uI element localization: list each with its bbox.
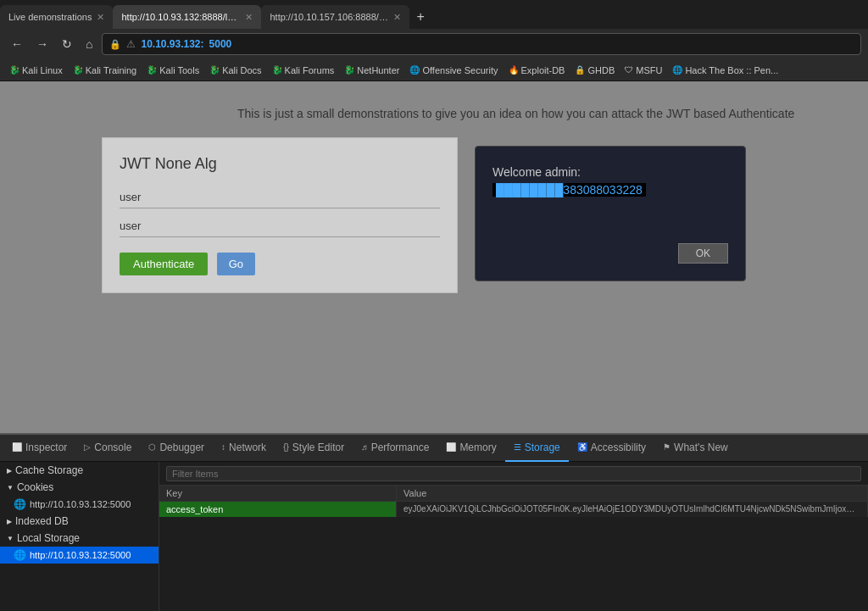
bookmark-kali-linux[interactable]: 🐉 Kali Linux xyxy=(5,64,67,76)
bookmark-kali-docs[interactable]: 🐉 Kali Docs xyxy=(205,64,265,76)
modal-highlight: ████████383088033228 xyxy=(492,183,646,197)
bookmark-msfu-label: MSFU xyxy=(636,65,662,75)
bookmark-kali-linux-label: Kali Linux xyxy=(22,65,63,75)
filter-bar xyxy=(159,462,868,486)
table-row[interactable]: access_token eyJ0eXAiOiJKV1QiLCJhbGciOiJ… xyxy=(159,502,868,517)
authenticate-button[interactable]: Authenticate xyxy=(120,253,208,275)
nethunter-icon: 🐉 xyxy=(344,65,354,75)
sidebar-group-local-storage[interactable]: ▼ Local Storage xyxy=(0,530,159,547)
msfu-icon: 🛡 xyxy=(625,65,633,75)
devtools-panel: ⬜ Inspector ▷ Console ⬡ Debugger ↕ Netwo… xyxy=(0,433,868,611)
memory-icon: ⬜ xyxy=(446,442,456,452)
ghdb-icon: 🔒 xyxy=(575,65,585,75)
tab-3-close[interactable]: ✕ xyxy=(393,12,401,23)
tab-3[interactable]: http://10.10.157.106:8888/lo... ✕ xyxy=(261,5,409,29)
bookmark-kali-tools-label: Kali Tools xyxy=(159,65,199,75)
bookmarks-bar: 🐉 Kali Linux 🐉 Kali Training 🐉 Kali Tool… xyxy=(0,59,868,81)
sidebar-item-cookies-url[interactable]: 🌐 http://10.10.93.132:5000 xyxy=(0,496,159,513)
bookmark-ghdb[interactable]: 🔒 GHDB xyxy=(570,64,619,76)
bookmark-hackthebox-label: Hack The Box :: Pen... xyxy=(685,65,778,75)
cache-storage-label: Cache Storage xyxy=(15,464,83,476)
bookmark-kali-forums-label: Kali Forums xyxy=(285,65,335,75)
kali-docs-icon: 🐉 xyxy=(209,65,220,75)
devtools-body: ▶ Cache Storage ▼ Cookies 🌐 http://10.10… xyxy=(0,462,868,611)
kali-training-icon: 🐉 xyxy=(73,65,83,75)
performance-label: Performance xyxy=(371,442,430,453)
bookmark-offensive-security-label: Offensive Security xyxy=(422,65,498,75)
tab-inspector[interactable]: ⬜ Inspector xyxy=(3,435,75,462)
bookmark-msfu[interactable]: 🛡 MSFU xyxy=(620,64,666,76)
nav-bar: ← → ↻ ⌂ 🔒 ⚠ 10.10.93.132:5000 xyxy=(0,29,868,59)
bookmark-offensive-security[interactable]: 🌐 Offensive Security xyxy=(405,64,502,76)
tab-bar: Live demonstrations ✕ http://10.10.93.13… xyxy=(0,0,868,29)
tab-1[interactable]: Live demonstrations ✕ xyxy=(0,5,113,29)
whats-new-icon: ⚑ xyxy=(663,442,670,452)
hackthebox-icon: 🌐 xyxy=(672,65,682,75)
cookies-url-label: http://10.10.93.132:5000 xyxy=(30,499,131,509)
console-label: Console xyxy=(94,442,131,453)
go-button[interactable]: Go xyxy=(217,253,255,275)
tab-1-label: Live demonstrations xyxy=(8,12,92,22)
sidebar-group-cookies[interactable]: ▼ Cookies xyxy=(0,479,159,496)
storage-label: Storage xyxy=(525,442,560,453)
exploit-db-icon: 🔥 xyxy=(509,65,519,75)
storage-icon: ☰ xyxy=(514,442,521,452)
indexed-db-triangle: ▶ xyxy=(7,518,12,525)
address-domain: 10.10.93.132: xyxy=(141,38,203,50)
home-button[interactable]: ⌂ xyxy=(81,36,97,53)
memory-label: Memory xyxy=(459,442,496,453)
tab-whats-new[interactable]: ⚑ What's New xyxy=(654,435,737,462)
tab-style-editor[interactable]: {} Style Editor xyxy=(275,435,353,462)
password-input[interactable] xyxy=(120,215,440,237)
inspector-label: Inspector xyxy=(25,442,67,453)
bookmark-nethunter[interactable]: 🐉 NetHunter xyxy=(340,64,403,76)
username-input[interactable] xyxy=(120,186,440,208)
welcome-modal: Welcome admin: ████████383088033228 OK xyxy=(475,146,746,281)
tab-memory[interactable]: ⬜ Memory xyxy=(437,435,504,462)
bookmark-hackthebox[interactable]: 🌐 Hack The Box :: Pen... xyxy=(668,64,782,76)
address-text: ⚠ xyxy=(126,38,136,50)
bookmark-kali-tools[interactable]: 🐉 Kali Tools xyxy=(142,64,203,76)
cookies-url-icon: 🌐 xyxy=(14,498,26,510)
new-tab-button[interactable]: + xyxy=(409,9,431,25)
address-port: 5000 xyxy=(209,38,232,50)
tab-console[interactable]: ▷ Console xyxy=(75,435,140,462)
bookmark-nethunter-label: NetHunter xyxy=(357,65,399,75)
local-storage-triangle: ▼ xyxy=(7,535,14,542)
modal-ok-button[interactable]: OK xyxy=(678,243,728,264)
tab-storage[interactable]: ☰ Storage xyxy=(505,435,569,462)
cache-storage-triangle: ▶ xyxy=(7,467,12,475)
sidebar-item-local-storage-url[interactable]: 🌐 http://10.10.93.132:5000 xyxy=(0,547,159,564)
tab-1-close[interactable]: ✕ xyxy=(97,12,104,23)
tab-performance[interactable]: ♬ Performance xyxy=(353,435,437,462)
tab-debugger[interactable]: ⬡ Debugger xyxy=(140,435,213,462)
console-icon: ▷ xyxy=(84,442,91,452)
forward-button[interactable]: → xyxy=(32,36,53,53)
whats-new-label: What's New xyxy=(674,442,728,453)
bookmark-exploit-db[interactable]: 🔥 Exploit-DB xyxy=(504,64,570,76)
col-value: Value xyxy=(397,486,868,501)
sidebar-group-indexed-db[interactable]: ▶ Indexed DB xyxy=(0,513,159,530)
browser-chrome: Live demonstrations ✕ http://10.10.93.13… xyxy=(0,0,868,81)
inspector-icon: ⬜ xyxy=(12,442,22,452)
indexed-db-label: Indexed DB xyxy=(15,515,69,527)
filter-input[interactable] xyxy=(166,466,861,481)
tab-network[interactable]: ↕ Network xyxy=(213,435,275,462)
sidebar-group-cache-storage[interactable]: ▶ Cache Storage xyxy=(0,462,159,479)
accessibility-icon: ♿ xyxy=(577,442,587,452)
bookmark-kali-forums[interactable]: 🐉 Kali Forums xyxy=(268,64,339,76)
refresh-button[interactable]: ↻ xyxy=(58,36,76,53)
debugger-icon: ⬡ xyxy=(148,442,156,452)
tab-accessibility[interactable]: ♿ Accessibility xyxy=(569,435,654,462)
tab-2[interactable]: http://10.10.93.132:8888/lo... ✕ xyxy=(113,5,261,29)
tab-2-close[interactable]: ✕ xyxy=(245,12,253,23)
table-header: Key Value xyxy=(159,486,868,502)
cookies-triangle: ▼ xyxy=(7,484,14,492)
storage-table: Key Value access_token eyJ0eXAiOiJKV1QiL… xyxy=(159,486,868,611)
modal-text: Welcome admin: ████████383088033228 xyxy=(492,164,728,199)
back-button[interactable]: ← xyxy=(7,36,27,53)
bookmark-ghdb-label: GHDB xyxy=(587,65,615,75)
network-label: Network xyxy=(229,442,266,453)
address-bar[interactable]: 🔒 ⚠ 10.10.93.132:5000 xyxy=(102,33,861,55)
bookmark-kali-training[interactable]: 🐉 Kali Training xyxy=(69,64,142,76)
